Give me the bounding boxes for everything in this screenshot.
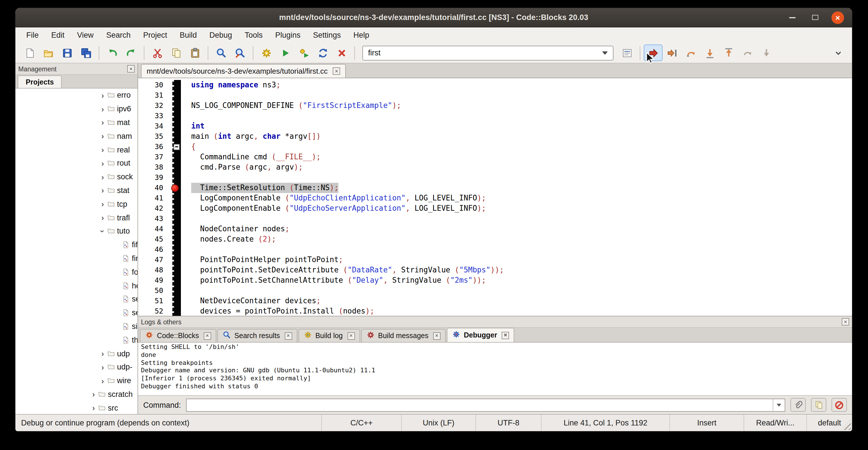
tree-item-six[interactable]: six (16, 320, 137, 333)
code-line-42[interactable]: 42 LogComponentEnable ("UdpEchoServerApp… (138, 203, 852, 214)
editor-tab-close-button[interactable]: × (333, 67, 340, 75)
code-line-30[interactable]: 30using namespace ns3; (138, 80, 852, 90)
tree-item-he[interactable]: he (16, 279, 137, 292)
tree-item-tcp[interactable]: ›tcp (16, 197, 137, 211)
code-line-49[interactable]: 49 pointToPoint.SetChannelAttribute ("De… (138, 275, 852, 286)
chevron-right-icon[interactable]: › (99, 104, 107, 113)
find-button[interactable] (212, 44, 230, 61)
stop-debugger-button[interactable] (832, 398, 847, 412)
code-line-35[interactable]: 35main (int argc, char *argv[]) (138, 131, 852, 142)
code-line-36[interactable]: 36{ (138, 142, 852, 152)
save-all-button[interactable] (76, 44, 95, 61)
build-target-combo[interactable]: first (362, 46, 614, 60)
close-button[interactable]: × (832, 11, 844, 24)
code-line-46[interactable]: 46 (138, 244, 852, 255)
run-button[interactable] (276, 44, 294, 61)
command-dropdown-button[interactable] (773, 399, 785, 411)
tree-item-scratch[interactable]: ›scratch (16, 387, 137, 401)
chevron-right-icon[interactable]: › (99, 200, 107, 209)
tab-projects[interactable]: Projects (18, 76, 62, 88)
tree-item-src[interactable]: ›src (16, 401, 137, 414)
management-close-button[interactable]: × (127, 65, 135, 72)
menu-file[interactable]: File (20, 27, 45, 43)
find-replace-button[interactable] (230, 44, 249, 61)
redo-button[interactable] (122, 44, 141, 61)
logs-tab-debugger[interactable]: Debugger× (447, 328, 515, 342)
rebuild-button[interactable] (313, 44, 332, 61)
menu-debug[interactable]: Debug (203, 27, 239, 43)
menu-search[interactable]: Search (100, 27, 137, 43)
tree-item-erro[interactable]: ›erro (16, 89, 137, 102)
chevron-right-icon[interactable]: › (90, 390, 98, 399)
chevron-right-icon[interactable]: › (99, 118, 107, 127)
tree-item-trafl[interactable]: ›trafl (16, 211, 137, 224)
build-button[interactable] (257, 44, 276, 61)
build-and-run-button[interactable] (294, 44, 313, 61)
code-line-52[interactable]: 52 devices = pointToPoint.Install (nodes… (138, 306, 852, 316)
step-into-button[interactable] (700, 44, 719, 61)
logs-tab-build-messages[interactable]: Build messages× (361, 329, 446, 342)
minimize-button[interactable] (786, 11, 798, 24)
logs-tab-build-log[interactable]: Build log× (298, 329, 360, 342)
code-line-37[interactable]: 37 CommandLine cmd (__FILE__); (138, 152, 852, 162)
tree-item-sock[interactable]: ›sock (16, 170, 137, 184)
code-line-48[interactable]: 48 pointToPoint.SetDeviceAttribute ("Dat… (138, 265, 852, 275)
tree-item-se[interactable]: se (16, 306, 137, 320)
code-line-40[interactable]: 40 Time::SetResolution (Time::NS); (138, 183, 852, 193)
chevron-right-icon[interactable]: › (99, 91, 107, 100)
chevron-right-icon[interactable]: › (99, 186, 107, 195)
menu-help[interactable]: Help (347, 27, 376, 43)
tree-item-rout[interactable]: ›rout (16, 156, 137, 170)
chevron-right-icon[interactable]: › (99, 132, 107, 141)
paste-button[interactable] (185, 44, 204, 61)
tree-item-wire[interactable]: ›wire (16, 374, 137, 387)
menu-build[interactable]: Build (174, 27, 203, 43)
code-line-31[interactable]: 31 (138, 90, 852, 100)
command-input[interactable] (186, 398, 785, 412)
logs-tab-close-button[interactable]: × (347, 332, 355, 339)
code-line-51[interactable]: 51 NetDeviceContainer devices; (138, 296, 852, 306)
chevron-right-icon[interactable]: › (99, 159, 107, 168)
chevron-down-icon[interactable]: › (98, 227, 107, 235)
copy-log-button[interactable] (811, 398, 826, 412)
chevron-right-icon[interactable]: › (99, 172, 107, 181)
next-instruction-button[interactable] (738, 44, 757, 61)
tree-item-udp[interactable]: ›udp (16, 347, 137, 360)
cut-button[interactable] (148, 44, 167, 61)
step-out-button[interactable] (719, 44, 738, 61)
tree-item-ipv6[interactable]: ›ipv6 (16, 102, 137, 116)
tree-item-real[interactable]: ›real (16, 143, 137, 156)
debugger-log-output[interactable]: Setting SHELL to '/bin/sh'doneSetting br… (138, 342, 852, 396)
tree-item-stat[interactable]: ›stat (16, 184, 137, 197)
menu-plugins[interactable]: Plugins (269, 27, 307, 43)
undo-button[interactable] (103, 44, 122, 61)
tree-item-th[interactable]: th (16, 333, 137, 347)
tree-item-tuto[interactable]: ›tuto (16, 224, 137, 238)
tree-item-fo[interactable]: fo (16, 265, 137, 279)
logs-close-button[interactable]: × (842, 318, 849, 326)
code-line-43[interactable]: 43 (138, 214, 852, 224)
code-line-47[interactable]: 47 PointToPointHelper pointToPoint; (138, 255, 852, 265)
logs-tab-close-button[interactable]: × (433, 332, 440, 339)
copy-button[interactable] (167, 44, 185, 61)
tree-item-fir[interactable]: fir (16, 251, 137, 265)
code-editor[interactable]: 30using namespace ns3;3132NS_LOG_COMPONE… (138, 78, 852, 316)
menu-project[interactable]: Project (137, 27, 174, 43)
code-line-33[interactable]: 33 (138, 111, 852, 121)
menu-edit[interactable]: Edit (45, 27, 71, 43)
save-button[interactable] (58, 44, 76, 61)
logs-tab-close-button[interactable]: × (204, 332, 211, 339)
titlebar[interactable]: mnt/dev/tools/source/ns-3-dev/examples/t… (16, 8, 852, 27)
menu-tools[interactable]: Tools (238, 27, 269, 43)
chevron-down-button[interactable] (829, 44, 847, 61)
tree-item-mat[interactable]: ›mat (16, 116, 137, 129)
code-line-50[interactable]: 50 (138, 286, 852, 296)
chevron-right-icon[interactable]: › (90, 403, 98, 412)
debug-windows-button[interactable] (617, 44, 636, 61)
breakpoint-marker[interactable] (171, 184, 179, 191)
logs-tab-close-button[interactable]: × (502, 331, 509, 339)
tree-item-udp[interactable]: ›udp- (16, 360, 137, 374)
next-line-button[interactable] (681, 44, 700, 61)
code-line-39[interactable]: 39 (138, 173, 852, 183)
code-line-45[interactable]: 45 nodes.Create (2); (138, 234, 852, 244)
